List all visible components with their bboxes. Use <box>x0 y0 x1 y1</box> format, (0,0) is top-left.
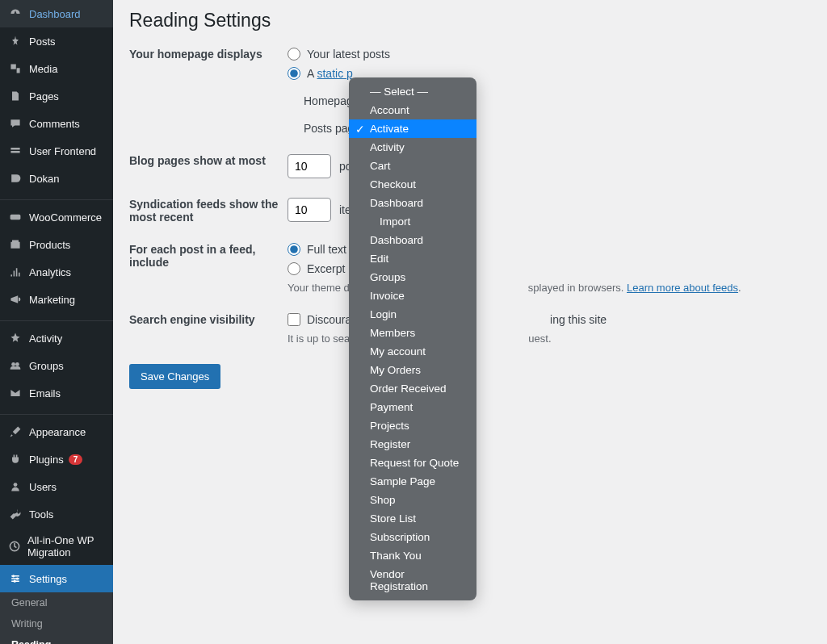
radio-excerpt[interactable] <box>288 262 300 275</box>
sidebar-item-media[interactable]: Media <box>0 55 113 82</box>
svg-point-1 <box>11 362 15 366</box>
radio-full-text-label: Full text <box>307 243 346 256</box>
sidebar-item-tools[interactable]: Tools <box>0 500 113 528</box>
dropdown-option[interactable]: Checkout <box>349 175 476 194</box>
admin-sidebar: DashboardPostsMediaPagesCommentsUser Fro… <box>0 0 113 644</box>
dropdown-option[interactable]: My account <box>349 342 476 361</box>
sidebar-item-posts[interactable]: Posts <box>0 27 113 55</box>
syndication-label: Syndication feeds show the most recent <box>129 198 288 224</box>
radio-latest-posts[interactable] <box>288 48 300 61</box>
sidebar-item-dashboard[interactable]: Dashboard <box>0 0 113 27</box>
users-icon <box>8 479 23 494</box>
blog-pages-input[interactable] <box>288 154 331 178</box>
page-title: Reading Settings <box>129 10 811 31</box>
dropdown-option[interactable]: Projects <box>349 416 476 435</box>
homepage-displays-label: Your homepage displays <box>129 48 288 61</box>
blog-pages-label: Blog pages show at most <box>129 154 288 167</box>
comment-icon <box>8 116 23 131</box>
plug-icon <box>8 452 23 466</box>
sidebar-sub-general[interactable]: General <box>0 592 113 613</box>
settings-icon <box>8 571 23 586</box>
sidebar-item-marketing[interactable]: Marketing <box>0 286 113 313</box>
static-page-link[interactable]: static p <box>317 67 352 80</box>
update-badge: 7 <box>69 454 83 465</box>
dropdown-option[interactable]: Store List <box>349 509 476 528</box>
svg-point-5 <box>12 575 15 577</box>
page-select-dropdown[interactable]: — Select —AccountActivateActivityCartChe… <box>349 77 476 600</box>
dropdown-option[interactable]: Login <box>349 305 476 324</box>
sidebar-item-analytics[interactable]: Analytics <box>0 258 113 286</box>
emails-icon <box>8 386 23 400</box>
gauge-icon <box>8 6 23 21</box>
learn-feeds-link[interactable]: Learn more about feeds <box>627 282 738 294</box>
dropdown-option[interactable]: Edit <box>349 249 476 268</box>
sidebar-item-groups[interactable]: Groups <box>0 352 113 379</box>
media-icon <box>8 61 23 76</box>
dropdown-option[interactable]: Vendor Registration <box>349 565 476 596</box>
sidebar-item-emails[interactable]: Emails <box>0 379 113 407</box>
dropdown-option[interactable]: Payment <box>349 398 476 416</box>
dropdown-option[interactable]: Request for Quote <box>349 454 476 472</box>
sidebar-item-pages[interactable]: Pages <box>0 82 113 110</box>
migrate-icon <box>8 539 21 554</box>
dropdown-option[interactable]: Account <box>349 101 476 119</box>
sidebar-item-products[interactable]: Products <box>0 231 113 258</box>
pin-icon <box>8 34 23 48</box>
dropdown-option[interactable]: Cart <box>349 157 476 175</box>
groups-icon <box>8 358 23 373</box>
svg-point-3 <box>14 483 18 487</box>
sidebar-item-comments[interactable]: Comments <box>0 110 113 137</box>
sidebar-item-all-in-one-wp-migration[interactable]: All-in-One WP Migration <box>0 528 113 565</box>
dropdown-option[interactable]: Order Received <box>349 379 476 398</box>
radio-latest-posts-label: Your latest posts <box>307 48 390 61</box>
dropdown-option[interactable]: Activity <box>349 138 476 157</box>
dropdown-option[interactable]: Invoice <box>349 286 476 305</box>
brush-icon <box>8 424 23 439</box>
sidebar-sub-reading[interactable]: Reading <box>0 634 113 644</box>
activity-icon <box>8 331 23 345</box>
svg-point-6 <box>16 577 19 579</box>
dropdown-option[interactable]: Members <box>349 324 476 342</box>
dropdown-option[interactable]: Dashboard <box>349 194 476 212</box>
dropdown-option[interactable]: — Select — <box>349 82 476 101</box>
sidebar-item-activity[interactable]: Activity <box>0 324 113 352</box>
sidebar-item-appearance[interactable]: Appearance <box>0 418 113 445</box>
dropdown-option[interactable]: Register <box>349 435 476 454</box>
svg-point-7 <box>14 580 16 583</box>
radio-static-page[interactable] <box>288 67 300 80</box>
frontend-icon <box>8 144 23 158</box>
svg-rect-0 <box>10 215 21 220</box>
feed-include-label: For each post in a feed, include <box>129 243 288 269</box>
dokan-icon <box>8 171 23 186</box>
sidebar-item-settings[interactable]: Settings <box>0 565 113 592</box>
analytics-icon <box>8 265 23 279</box>
radio-full-text[interactable] <box>288 243 300 256</box>
search-visibility-label: Search engine visibility <box>129 313 288 326</box>
page-icon <box>8 89 23 103</box>
sidebar-item-user-frontend[interactable]: User Frontend <box>0 137 113 165</box>
dropdown-option[interactable]: Activate <box>349 119 476 138</box>
radio-excerpt-label: Excerpt <box>307 262 345 275</box>
svg-point-2 <box>15 362 19 366</box>
woo-icon <box>8 210 23 224</box>
dropdown-option[interactable]: Groups <box>349 268 476 286</box>
sidebar-item-dokan[interactable]: Dokan <box>0 165 113 192</box>
save-button[interactable]: Save Changes <box>129 364 220 389</box>
dropdown-option[interactable]: Sample Page <box>349 472 476 491</box>
sidebar-item-woocommerce[interactable]: WooCommerce <box>0 203 113 231</box>
dropdown-option[interactable]: Subscription <box>349 528 476 546</box>
syndication-input[interactable] <box>288 198 331 222</box>
discourage-search-checkbox[interactable] <box>288 313 300 326</box>
dropdown-option[interactable]: My Orders <box>349 361 476 379</box>
dropdown-option[interactable]: Thank You <box>349 546 476 565</box>
marketing-icon <box>8 292 23 307</box>
products-icon <box>8 237 23 252</box>
sidebar-item-plugins[interactable]: Plugins7 <box>0 445 113 473</box>
sidebar-sub-writing[interactable]: Writing <box>0 613 113 634</box>
dropdown-option[interactable]: Shop <box>349 491 476 509</box>
dropdown-option[interactable]: Dashboard <box>349 231 476 249</box>
dropdown-option[interactable]: Import <box>349 212 476 231</box>
sidebar-item-users[interactable]: Users <box>0 473 113 500</box>
tools-icon <box>8 507 23 521</box>
